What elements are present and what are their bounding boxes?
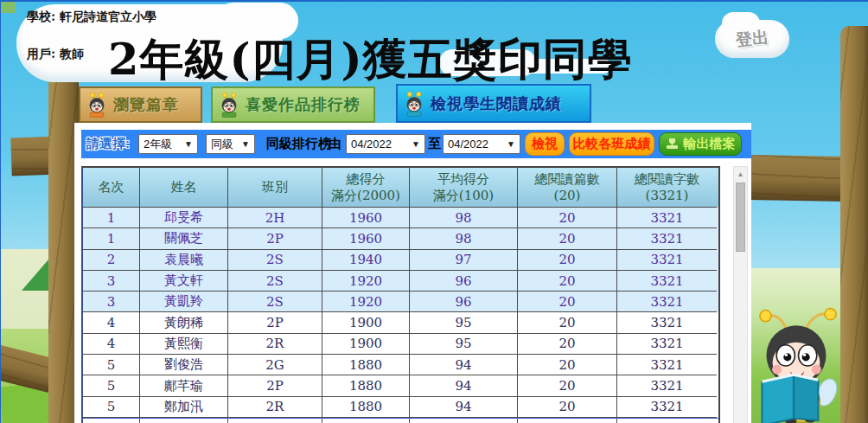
table-row: 3 黃文軒 2S 1920 96 20 3321: [83, 271, 718, 292]
scope-select[interactable]: 同級 ▼: [206, 134, 255, 154]
cell-words-read: 3321: [617, 250, 717, 271]
scroll-up-icon[interactable]: ▲: [734, 167, 747, 181]
cell-name: 黃凱羚: [140, 292, 228, 312]
cell-rank: 1: [83, 228, 140, 249]
corner-decoration: [1, 2, 16, 13]
bee-mascot: [750, 304, 845, 423]
scrollbar-thumb[interactable]: [736, 183, 745, 252]
school-name: 軒尼詩道官立小學: [60, 10, 156, 23]
cell-words-read: 3321: [617, 397, 717, 418]
chevron-down-icon: ▼: [184, 139, 193, 149]
cell-total-score: 1880: [322, 375, 410, 396]
compare-classes-button[interactable]: 比較各班成績: [569, 132, 654, 156]
header-text: (3321): [646, 188, 689, 204]
cell-articles-read: 20: [518, 292, 617, 312]
cell-words-read: 3321: [617, 312, 717, 333]
cell-total-score: 1920: [322, 292, 410, 312]
cell-average-score: 94: [410, 355, 518, 375]
cell-class: 2S: [228, 250, 322, 271]
cell-average-score: 94: [410, 375, 518, 396]
cell-name: 黃文軒: [140, 271, 228, 292]
grade-select-value: 2年級: [144, 137, 172, 152]
table-row-partial: [83, 418, 718, 423]
to-date-value: 04/2022: [448, 138, 488, 151]
cell-name: 關佩芝: [140, 228, 228, 249]
header-text: 姓名: [171, 179, 197, 195]
cell-average-score: 95: [410, 312, 518, 333]
table-row: 1 邱旻希 2H 1960 98 20 3321: [83, 208, 718, 228]
cell-average-score: 94: [410, 397, 518, 418]
user-label: 用戶:: [27, 47, 55, 61]
cell-articles-read: 20: [518, 271, 617, 292]
table-row: 5 劉俊浩 2G 1880 94 20 3321: [83, 355, 718, 375]
header-text: 滿分(100): [433, 188, 494, 204]
school-info: 學校: 軒尼詩道官立小學: [27, 10, 156, 25]
table-row: 1 關佩芝 2P 1960 98 20 3321: [83, 228, 718, 249]
cell-average-score: 95: [410, 334, 518, 355]
cell-words-read: 3321: [617, 334, 717, 355]
cell-name: 黃朗稀: [140, 312, 228, 333]
header-text: 總閱讀篇數: [535, 171, 600, 188]
cell-average-score: 96: [410, 271, 518, 292]
from-date-select[interactable]: 04/2022 ▼: [346, 134, 425, 154]
chevron-down-icon: ▼: [241, 139, 250, 149]
cell-articles-read: 20: [518, 250, 617, 271]
header-text: 總得分: [347, 171, 386, 188]
ranking-table: 名次 姓名 班別 總得分 滿分(2000) 平均得分 滿分(100) 總閱讀篇數…: [81, 166, 720, 423]
ranking-label: 同級排行榜: [266, 130, 331, 158]
cell-rank: 4: [83, 334, 140, 355]
bee-icon: [403, 90, 425, 118]
table-row: 5 鄺芊瑜 2P 1880 94 20 3321: [83, 375, 718, 396]
cell-rank: 1: [83, 208, 140, 228]
select-prompt-label: 請選擇:: [86, 130, 130, 158]
tab-browse-articles[interactable]: 瀏覽篇章: [79, 87, 202, 123]
cell-rank: 5: [83, 375, 140, 396]
cell-total-score: 1900: [322, 334, 410, 355]
cell-class: 2P: [228, 375, 322, 396]
cell-total-score: 1920: [322, 271, 410, 292]
table-row: 2 袁晨曦 2S 1940 97 20 3321: [83, 250, 718, 271]
header-text: (20): [554, 188, 581, 204]
cell-average-score: 98: [410, 208, 518, 228]
cell-total-score: 1960: [322, 208, 410, 228]
col-header-total: 總得分 滿分(2000): [322, 168, 410, 208]
chevron-down-icon: ▼: [507, 139, 515, 149]
cell-words-read: 3321: [617, 355, 717, 375]
table-scrollbar[interactable]: ▲: [733, 166, 748, 423]
tab-label: 檢視學生閱讀成績: [431, 93, 562, 114]
to-date-select[interactable]: 04/2022 ▼: [443, 134, 520, 154]
view-button[interactable]: 檢視: [525, 132, 565, 156]
table-header-row: 名次 姓名 班別 總得分 滿分(2000) 平均得分 滿分(100) 總閱讀篇數…: [83, 168, 718, 208]
cell-class: 2S: [228, 292, 322, 312]
col-header-rank: 名次: [83, 168, 140, 208]
col-header-average: 平均得分 滿分(100): [410, 168, 518, 208]
to-label: 至: [428, 130, 441, 158]
cell-articles-read: 20: [518, 312, 617, 333]
cell-name: 劉俊浩: [140, 355, 228, 375]
grade-select[interactable]: 2年級 ▼: [138, 134, 198, 154]
cell-total-score: 1880: [322, 397, 410, 418]
table-body: 1 邱旻希 2H 1960 98 20 3321 1 關佩芝 2P 1960: [83, 208, 718, 418]
user-name: 教師: [60, 47, 84, 61]
cell-articles-read: 20: [518, 228, 617, 249]
export-file-button[interactable]: 輸出檔案: [659, 132, 742, 156]
cell-name: 邱旻希: [140, 208, 228, 228]
cell-class: 2H: [228, 208, 322, 228]
cell-name: 鄺芊瑜: [140, 375, 228, 396]
cell-articles-read: 20: [518, 208, 617, 228]
from-date-value: 04/2022: [351, 138, 392, 151]
col-header-name: 姓名: [140, 168, 228, 208]
cell-rank: 5: [83, 355, 140, 375]
cell-rank: 4: [83, 312, 140, 333]
cell-name: 袁晨曦: [140, 250, 228, 271]
cell-average-score: 98: [410, 228, 518, 249]
cell-average-score: 97: [410, 250, 518, 271]
cell-rank: 3: [83, 292, 140, 312]
cell-words-read: 3321: [617, 375, 717, 396]
content-panel: 請選擇: 2年級 ▼ 同級 ▼ 同級排行榜 由 04/2022 ▼ 至 04/2…: [74, 123, 751, 423]
tab-label: 瀏覽篇章: [113, 94, 179, 115]
cell-articles-read: 20: [518, 355, 617, 375]
tab-favorite-ranking[interactable]: 喜愛作品排行榜: [211, 87, 375, 123]
fence-rail: [750, 155, 847, 202]
logout-button[interactable]: 登出: [715, 20, 789, 58]
